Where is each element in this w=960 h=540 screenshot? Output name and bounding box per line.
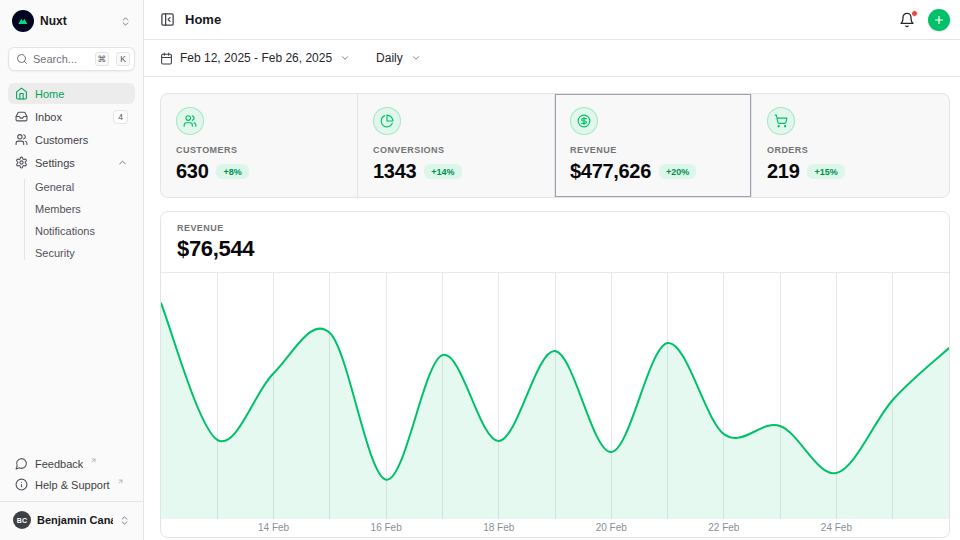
message-circle-icon: [15, 457, 28, 470]
stat-label: CUSTOMERS: [176, 145, 342, 155]
add-button[interactable]: [928, 9, 950, 31]
stat-value: 219: [767, 160, 799, 183]
sidebar-item-label: Customers: [35, 134, 88, 146]
inbox-icon: [15, 110, 28, 123]
help-support-link[interactable]: Help & Support: [8, 474, 135, 495]
feedback-label: Feedback: [35, 458, 83, 470]
period-select[interactable]: Daily: [376, 51, 421, 65]
collapse-sidebar-button[interactable]: [160, 12, 175, 27]
notification-dot: [911, 10, 918, 17]
stat-card-orders[interactable]: ORDERS 219 +15%: [752, 94, 949, 197]
sidebar-item-members[interactable]: Members: [8, 198, 135, 219]
gear-icon: [15, 156, 28, 169]
stat-delta-badge: +14%: [424, 164, 461, 179]
x-tick-label: 20 Feb: [596, 522, 627, 533]
chart-plot[interactable]: [161, 273, 949, 519]
users-icon: [15, 133, 28, 146]
revenue-area-chart: [161, 273, 949, 519]
settings-subnav: General Members Notifications Security: [8, 176, 135, 263]
stat-delta-badge: +20%: [659, 164, 696, 179]
kbd-k: K: [116, 52, 130, 66]
date-range-value: Feb 12, 2025 - Feb 26, 2025: [180, 51, 332, 65]
date-range-picker[interactable]: Feb 12, 2025 - Feb 26, 2025: [160, 51, 350, 65]
sidebar-item-label: Home: [35, 88, 64, 100]
x-tick-label: 22 Feb: [708, 522, 739, 533]
main-area: Home Feb 12, 2025 - Feb 26, 2025: [144, 0, 960, 540]
stat-delta-badge: +8%: [216, 164, 248, 179]
sidebar-item-label: Inbox: [35, 111, 62, 123]
sidebar-item-security[interactable]: Security: [8, 242, 135, 263]
chart-metric-label: REVENUE: [177, 223, 933, 233]
sidebar-item-label: Settings: [35, 157, 75, 169]
user-name: Benjamin Canac: [37, 514, 113, 526]
x-axis-ticks: 14 Feb16 Feb18 Feb20 Feb22 Feb24 Feb: [161, 519, 949, 537]
stat-label: CONVERSIONS: [373, 145, 539, 155]
feedback-link[interactable]: Feedback: [8, 453, 135, 474]
stat-value: $477,626: [570, 160, 651, 183]
calendar-icon: [160, 52, 173, 65]
sidebar-item-general[interactable]: General: [8, 176, 135, 197]
x-tick-label: 18 Feb: [483, 522, 514, 533]
chevrons-up-down-icon: [120, 16, 131, 27]
external-link-icon: [117, 478, 124, 485]
revenue-chart-card: REVENUE $76,544 14 Feb16 Feb18 Feb20 Feb…: [160, 211, 950, 538]
x-tick-label: 16 Feb: [371, 522, 402, 533]
stat-delta-badge: +15%: [807, 164, 844, 179]
sidebar: Nuxt Search... ⌘ K Home: [0, 0, 144, 540]
stat-label: ORDERS: [767, 145, 934, 155]
search-icon: [16, 53, 28, 65]
sidebar-footer: Feedback Help & Support BC Benjamin Cana…: [8, 453, 135, 532]
chevrons-up-down-icon: [119, 515, 130, 526]
sidebar-item-inbox[interactable]: Inbox 4: [8, 106, 135, 127]
page-title: Home: [185, 12, 221, 27]
divider: [0, 501, 143, 502]
app: Nuxt Search... ⌘ K Home: [0, 0, 960, 540]
home-icon: [15, 87, 28, 100]
inbox-count-badge: 4: [113, 110, 128, 124]
workspace-name: Nuxt: [40, 14, 114, 28]
top-bar: Home: [144, 0, 960, 40]
search-input[interactable]: Search... ⌘ K: [8, 47, 135, 71]
x-tick-label: 14 Feb: [258, 522, 289, 533]
avatar: BC: [13, 511, 31, 529]
kbd-cmd: ⌘: [95, 52, 110, 66]
stat-card-customers[interactable]: CUSTOMERS 630 +8%: [161, 94, 358, 197]
circle-dollar-icon: [570, 107, 598, 135]
sidebar-nav: Home Inbox 4 Customers: [8, 83, 135, 263]
stats-row: CUSTOMERS 630 +8% CONVERSIONS 1343 +14%: [160, 93, 950, 198]
content: CUSTOMERS 630 +8% CONVERSIONS 1343 +14%: [144, 77, 960, 538]
sidebar-item-notifications[interactable]: Notifications: [8, 220, 135, 241]
help-support-label: Help & Support: [35, 479, 110, 491]
chevron-down-icon: [411, 53, 421, 63]
stat-card-revenue[interactable]: REVENUE $477,626 +20%: [555, 94, 752, 197]
stat-label: REVENUE: [570, 145, 736, 155]
notifications-button[interactable]: [897, 10, 917, 30]
user-menu[interactable]: BC Benjamin Canac: [8, 508, 135, 532]
chart-header: REVENUE $76,544: [161, 212, 949, 273]
stat-card-conversions[interactable]: CONVERSIONS 1343 +14%: [358, 94, 555, 197]
users-icon: [176, 107, 204, 135]
x-tick-label: 24 Feb: [821, 522, 852, 533]
sidebar-item-settings[interactable]: Settings: [8, 152, 135, 173]
chart-metric-value: $76,544: [177, 236, 933, 262]
filters-toolbar: Feb 12, 2025 - Feb 26, 2025 Daily: [144, 40, 960, 77]
chevron-up-icon: [117, 157, 128, 168]
search-placeholder: Search...: [33, 53, 90, 65]
stat-value: 630: [176, 160, 208, 183]
external-link-icon: [90, 457, 97, 464]
nuxt-logo-icon: [12, 10, 34, 32]
info-icon: [15, 478, 28, 491]
sidebar-item-customers[interactable]: Customers: [8, 129, 135, 150]
period-value: Daily: [376, 51, 403, 65]
shopping-cart-icon: [767, 107, 795, 135]
stat-value: 1343: [373, 160, 416, 183]
pie-chart-icon: [373, 107, 401, 135]
workspace-switcher[interactable]: Nuxt: [8, 8, 135, 34]
sidebar-item-home[interactable]: Home: [8, 83, 135, 104]
plus-icon: [933, 14, 945, 26]
chevron-down-icon: [340, 53, 350, 63]
